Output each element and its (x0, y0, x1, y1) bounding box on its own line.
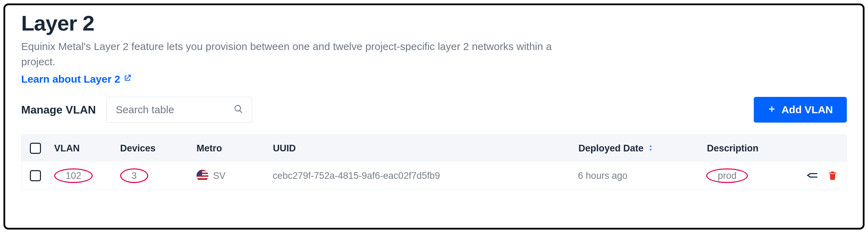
metro-value: SV (213, 170, 226, 181)
column-header-uuid[interactable]: UUID (273, 143, 578, 154)
search-box[interactable] (106, 97, 252, 123)
learn-about-layer-2-link[interactable]: Learn about Layer 2 (21, 73, 132, 85)
add-vlan-button-label: Add VLAN (782, 104, 833, 116)
uuid-value: cebc279f-752a-4815-9af6-eac02f7d5fb9 (273, 170, 578, 181)
page-description-line1: Equinix Metal's Layer 2 feature lets you… (21, 39, 646, 54)
select-all-checkbox[interactable] (30, 143, 41, 154)
table-header-row: VLAN Devices Metro UUID Deployed Date De… (22, 135, 846, 162)
plus-icon (768, 104, 776, 116)
vlan-id-value[interactable]: 102 (54, 168, 93, 183)
devices-value[interactable]: 3 (120, 168, 148, 183)
sort-icon (644, 143, 654, 154)
search-input[interactable] (115, 103, 234, 116)
search-icon (234, 104, 243, 115)
detach-button[interactable] (807, 170, 818, 181)
deployed-date-value: 6 hours ago (578, 170, 707, 181)
table-row: 102 3 SV cebc279f-752a-4815-9af6-eac02f7… (22, 162, 846, 190)
column-header-description[interactable]: Description (707, 143, 808, 154)
column-header-devices[interactable]: Devices (120, 143, 197, 154)
page-description: Equinix Metal's Layer 2 feature lets you… (21, 39, 646, 69)
page-description-line2: project. (21, 54, 646, 69)
column-header-metro[interactable]: Metro (197, 143, 273, 154)
column-header-deployed-date-label: Deployed Date (578, 143, 644, 154)
external-link-icon (123, 73, 132, 85)
column-header-deployed-date[interactable]: Deployed Date (578, 143, 707, 154)
learn-about-layer-2-label: Learn about Layer 2 (21, 73, 120, 85)
add-vlan-button[interactable]: Add VLAN (754, 97, 847, 123)
us-flag-icon (197, 170, 208, 182)
column-header-vlan[interactable]: VLAN (54, 143, 120, 154)
page-title: Layer 2 (21, 11, 847, 35)
manage-vlan-label: Manage VLAN (21, 103, 96, 116)
description-value[interactable]: prod (706, 168, 748, 183)
row-checkbox[interactable] (30, 170, 41, 181)
vlan-table: VLAN Devices Metro UUID Deployed Date De… (21, 134, 847, 190)
delete-button[interactable] (827, 170, 838, 181)
